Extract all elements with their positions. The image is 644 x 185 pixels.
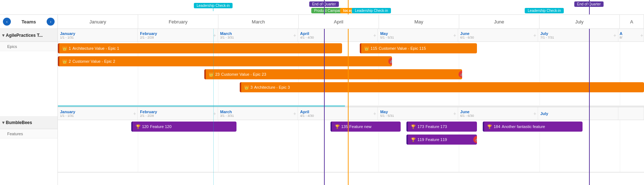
bumblebees-month-headers: January 1/1 - 1/31 + February 2/1 - 2/28…: [58, 107, 644, 120]
end-of-quarter-line-2: [589, 0, 590, 14]
feature-label-173: Feature 173: [426, 124, 447, 129]
epic-bar-1[interactable]: 👑 1 Architecture Value - Epic 1: [58, 43, 342, 53]
timeline-container: Leadership Check-in End of Quarter Produ…: [0, 0, 644, 185]
bb-month-mar: March 3/1 - 3/31 +: [218, 107, 298, 120]
epic-num-115: 115: [371, 46, 377, 50]
bb-month-aug: [618, 107, 644, 120]
end-of-quarter-line-1: [324, 0, 325, 14]
feature-row-135: 🏆 135 Feature new: [330, 122, 401, 132]
agile-sub-epics: Epics: [0, 42, 57, 51]
link-icon-119[interactable]: 🔗: [473, 136, 477, 143]
agile-bars-area: 👑 1 Architecture Value - Epic 1 👑 115 Cu…: [58, 42, 644, 107]
agile-month-jul: July 7/1 - 7/31 +: [538, 29, 618, 41]
feature-num-173: 173: [417, 124, 424, 129]
epic-icon-2: 👑: [62, 59, 67, 64]
agile-grid-section: January 1/1 - 1/31 + February 2/1 - 2/28…: [58, 29, 644, 107]
add-feb-bb[interactable]: +: [213, 111, 216, 116]
add-mar-bb[interactable]: +: [293, 111, 296, 116]
feature-label-184: Another fantastic feature: [502, 124, 545, 129]
feature-bar-135[interactable]: 🏆 135 Feature new: [330, 122, 401, 132]
feature-num-119: 119: [417, 137, 424, 142]
left-spacer: [0, 0, 58, 14]
epic-label-1: Architecture Value - Epic 1: [72, 46, 119, 50]
feature-bar-120[interactable]: 🏆 120 Feature 120: [131, 122, 237, 132]
month-jan: January: [58, 15, 138, 28]
markers-zone: Leadership Check-in End of Quarter Produ…: [58, 0, 644, 14]
feature-num-184: 184: [494, 124, 500, 129]
feature-row-120: 🏆 120 Feature 120: [131, 122, 237, 132]
bb-month-jul: July: [538, 107, 618, 120]
feature-icon-173: 🏆: [411, 124, 416, 129]
epic-label-115: Customer Value - Epic 115: [379, 46, 426, 50]
team-agile-header-left[interactable]: ▾ AgilePractices T...: [0, 29, 57, 42]
chevron-right-button[interactable]: ›: [47, 18, 55, 26]
epic-bar-115[interactable]: 👑 115 Customer Value - Epic 115: [360, 43, 477, 53]
agile-chevron: ▾: [2, 33, 4, 38]
add-jan-bb[interactable]: +: [133, 111, 136, 116]
epic-icon-1: 👑: [62, 46, 67, 51]
epic-icon-3: 👑: [244, 85, 249, 90]
month-jul: July: [539, 15, 620, 28]
add-may-bb[interactable]: +: [453, 111, 456, 116]
body-row: ▾ AgilePractices T... Epics ▾ BumbleBees…: [0, 29, 644, 185]
epic-bar-3[interactable]: 👑 3 Architecture - Epic 3: [240, 82, 644, 92]
team-bumblebees-left: ▾ BumbleBees Features: [0, 116, 57, 185]
agile-month-headers: January 1/1 - 1/31 + February 2/1 - 2/28…: [58, 29, 644, 42]
agile-rows-spacer: [0, 51, 57, 116]
body-right: January 1/1 - 1/31 + February 2/1 - 2/28…: [58, 29, 644, 185]
add-jun-agile[interactable]: +: [533, 32, 536, 38]
marker-leadership-1: Leadership Check-in: [194, 3, 233, 8]
add-apr-bb[interactable]: +: [373, 111, 376, 116]
agile-month-jun: June 6/1 - 6/30 +: [458, 29, 538, 41]
bumblebees-grid-section: January 1/1 - 1/31 + February 2/1 - 2/28…: [58, 107, 644, 172]
add-apr-agile[interactable]: +: [373, 32, 376, 38]
month-names-row: ‹ Teams › January February March April M…: [0, 14, 644, 29]
feature-icon-135: 🏆: [335, 124, 340, 129]
feature-row-119: 🏆 119 Feature 119 🔗: [406, 135, 477, 145]
add-jul-agile[interactable]: +: [613, 32, 616, 38]
feature-num-135: 135: [341, 124, 348, 129]
agile-team-name: AgilePractices T...: [6, 33, 43, 38]
feature-bar-119[interactable]: 🏆 119 Feature 119 🔗: [406, 135, 477, 145]
month-feb: February: [138, 15, 218, 28]
today-line: [348, 0, 349, 14]
add-jan-agile[interactable]: +: [640, 32, 643, 38]
feature-row-173: 🏆 173 Feature 173: [406, 122, 477, 132]
month-jun: June: [459, 15, 539, 28]
add-mar-agile[interactable]: +: [293, 32, 296, 38]
bb-month-may: May 5/1 - 5/31 +: [378, 107, 458, 120]
feature-label-119: Feature 119: [426, 137, 447, 142]
bumblebees-team-name: BumbleBees: [6, 120, 32, 125]
bb-month-jun: June 6/1 - 6/30 +: [458, 107, 538, 120]
marker-leadership-3: Leadership Check-in: [525, 8, 564, 13]
feature-label-120: Feature 120: [150, 124, 171, 129]
bumblebees-chevron: ▾: [2, 120, 4, 125]
feature-row-184: 🏆 184 Another fantastic feature: [483, 122, 583, 132]
add-feb-agile[interactable]: +: [213, 32, 216, 38]
feature-icon-119: 🏆: [411, 137, 416, 142]
epic-num-2: 2: [69, 59, 71, 63]
bumblebees-rows-spacer: [0, 138, 57, 185]
epic-num-3: 3: [251, 85, 253, 89]
bb-bars-area: 🏆 120 Feature 120 🏆 135 Feature new: [58, 120, 644, 172]
epic-num-1: 1: [69, 46, 71, 50]
feature-label-135: Feature new: [349, 124, 371, 129]
epic-bar-23[interactable]: 👑 23 Customer Value - Epic 23 🔗: [204, 69, 462, 79]
month-aug-partial: A: [620, 15, 644, 28]
months-strip: January February March April May June Ju…: [58, 15, 644, 28]
agile-month-apr: April 4/1 - 4/30 +: [298, 29, 378, 41]
epic-row-3: 👑 3 Architecture - Epic 3: [240, 82, 644, 92]
link-icon-23[interactable]: 🔗: [459, 71, 462, 78]
epic-bar-2[interactable]: 👑 2 Customer Value - Epic 2 🔗: [58, 56, 392, 66]
epic-label-23: Customer Value - Epic 23: [221, 72, 266, 76]
add-may-agile[interactable]: +: [453, 32, 456, 38]
link-icon-2[interactable]: 🔗: [388, 58, 392, 65]
feature-bar-173[interactable]: 🏆 173 Feature 173: [406, 122, 477, 132]
month-apr: April: [299, 15, 379, 28]
add-jun-bb[interactable]: +: [533, 111, 536, 116]
feature-bar-184[interactable]: 🏆 184 Another fantastic feature: [483, 122, 583, 132]
epic-icon-115: 👑: [364, 46, 369, 51]
epic-label-2: Customer Value - Epic 2: [72, 59, 115, 63]
team-bumblebees-header-left[interactable]: ▾ BumbleBees: [0, 116, 57, 129]
chevron-left-button[interactable]: ‹: [3, 18, 11, 26]
